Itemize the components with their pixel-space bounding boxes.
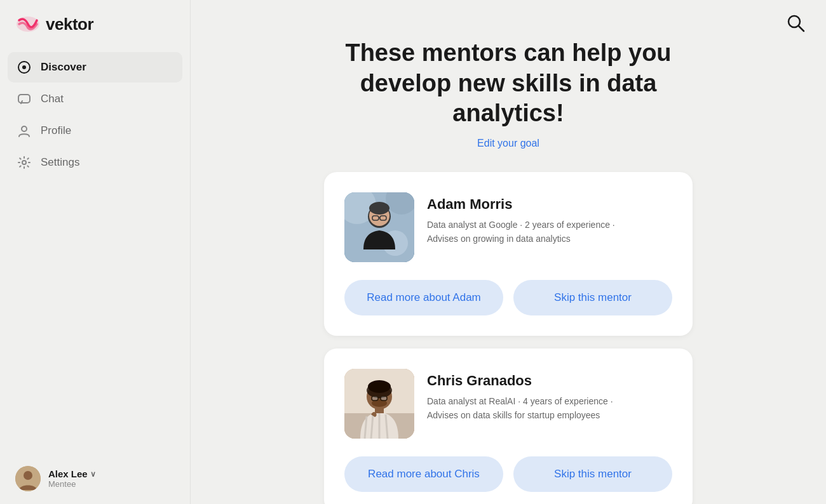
svg-rect-3 bbox=[18, 95, 30, 103]
sidebar-item-discover-label: Discover bbox=[41, 61, 86, 74]
svg-point-2 bbox=[22, 65, 26, 69]
svg-rect-32 bbox=[372, 396, 378, 401]
skip-chris-button[interactable]: Skip this mentor bbox=[513, 456, 672, 492]
read-more-chris-button[interactable]: Read more about Chris bbox=[344, 456, 503, 492]
svg-point-7 bbox=[24, 471, 32, 480]
mentor-card-adam: Adam Morris Data analyst at Google · 2 y… bbox=[324, 172, 693, 336]
user-role: Mentee bbox=[48, 479, 96, 489]
sidebar-item-settings[interactable]: Settings bbox=[8, 147, 182, 178]
discover-icon bbox=[17, 60, 32, 75]
read-more-adam-button[interactable]: Read more about Adam bbox=[344, 280, 503, 315]
main-content: These mentors can help you develop new s… bbox=[191, 0, 826, 504]
logo-icon bbox=[15, 14, 41, 34]
mentor-name-chris: Chris Granados bbox=[427, 373, 613, 389]
card-actions-adam: Read more about Adam Skip this mentor bbox=[344, 280, 672, 315]
settings-icon bbox=[17, 155, 32, 170]
svg-point-4 bbox=[22, 126, 27, 131]
sidebar: vektor Discover Chat bbox=[0, 0, 191, 504]
mentor-name-adam: Adam Morris bbox=[427, 196, 615, 213]
svg-point-5 bbox=[22, 161, 26, 164]
sidebar-item-chat[interactable]: Chat bbox=[8, 84, 182, 114]
user-info: Alex Lee ∨ Mentee bbox=[48, 468, 96, 489]
profile-icon bbox=[17, 123, 32, 138]
chevron-down-icon: ∨ bbox=[90, 470, 96, 479]
sidebar-item-settings-label: Settings bbox=[41, 156, 79, 169]
user-footer[interactable]: Alex Lee ∨ Mentee bbox=[0, 453, 190, 504]
sidebar-item-discover[interactable]: Discover bbox=[8, 52, 182, 83]
sidebar-nav: Discover Chat Profile bbox=[0, 52, 190, 453]
mentor-meta-chris: Data analyst at RealAI · 4 years of expe… bbox=[427, 394, 613, 423]
sidebar-item-chat-label: Chat bbox=[41, 93, 64, 105]
edit-goal-link[interactable]: Edit your goal bbox=[477, 138, 539, 149]
chat-icon bbox=[17, 91, 32, 107]
mentor-card-chris: Chris Granados Data analyst at RealAI · … bbox=[324, 348, 693, 505]
mentor-info-chris: Chris Granados Data analyst at RealAI · … bbox=[344, 369, 672, 439]
user-name: Alex Lee ∨ bbox=[48, 468, 96, 479]
mentor-photo-chris bbox=[344, 369, 414, 439]
mentor-photo-adam bbox=[344, 192, 414, 262]
avatar bbox=[15, 466, 41, 491]
svg-rect-33 bbox=[381, 396, 387, 401]
sidebar-item-profile[interactable]: Profile bbox=[8, 116, 182, 146]
page-title: These mentors can help you develop new s… bbox=[318, 38, 699, 129]
mentor-meta-adam: Data analyst at Google · 2 years of expe… bbox=[427, 218, 615, 246]
mentor-info-adam: Adam Morris Data analyst at Google · 2 y… bbox=[344, 192, 672, 262]
mentor-details-adam: Adam Morris Data analyst at Google · 2 y… bbox=[427, 192, 615, 246]
mentor-details-chris: Chris Granados Data analyst at RealAI · … bbox=[427, 369, 613, 423]
sidebar-item-profile-label: Profile bbox=[41, 124, 71, 137]
search-button[interactable] bbox=[785, 13, 806, 36]
svg-line-9 bbox=[799, 26, 804, 31]
logo[interactable]: vektor bbox=[0, 0, 190, 52]
content-area: These mentors can help you develop new s… bbox=[191, 0, 826, 504]
svg-point-16 bbox=[369, 202, 389, 215]
brand-name: vektor bbox=[46, 15, 93, 34]
skip-adam-button[interactable]: Skip this mentor bbox=[513, 280, 672, 315]
svg-point-30 bbox=[367, 383, 392, 398]
card-actions-chris: Read more about Chris Skip this mentor bbox=[344, 456, 672, 492]
